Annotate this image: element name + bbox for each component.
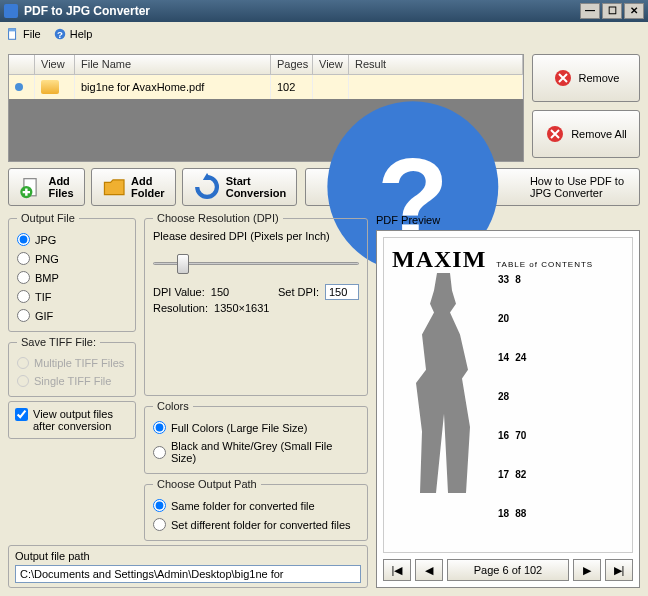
radio-diff-folder[interactable] — [153, 518, 166, 531]
howto-label: How to Use PDF to JPG Converter — [530, 175, 639, 199]
save-tiff-legend: Save TIFF File: — [17, 336, 100, 348]
output-path-group: Choose Output Path Same folder for conve… — [144, 478, 368, 541]
minimize-button[interactable]: — — [580, 3, 600, 19]
radio-bmp[interactable] — [17, 271, 30, 284]
radio-gif[interactable] — [17, 309, 30, 322]
add-files-button[interactable]: Add Files — [8, 168, 85, 206]
view-output-label: View output files after conversion — [33, 408, 129, 432]
nav-next-button[interactable]: ▶ — [573, 559, 601, 581]
menu-file-label: File — [23, 28, 41, 40]
add-folder-label: Add Folder — [131, 175, 165, 199]
colors-legend: Colors — [153, 400, 193, 412]
preview-frame: MAXIM TABLE of CONTENTS 338 20 1424 28 1… — [376, 230, 640, 588]
add-folder-button[interactable]: Add Folder — [91, 168, 176, 206]
label-diff-folder: Set different folder for converted files — [171, 519, 351, 531]
add-folder-icon — [102, 175, 126, 199]
row-filename: big1ne for AvaxHome.pdf — [75, 75, 271, 99]
view-output-checkbox[interactable] — [15, 408, 28, 421]
col-view2[interactable]: View — [313, 55, 349, 74]
view-output-group: View output files after conversion — [8, 401, 136, 439]
output-file-legend: Output File — [17, 212, 79, 224]
file-icon — [6, 27, 20, 41]
label-multi-tiff: Multiple TIFF Files — [34, 357, 124, 369]
output-file-path-group: Output file path — [8, 545, 368, 588]
title-bar: PDF to JPG Converter — ☐ ✕ — [0, 0, 648, 22]
add-files-icon — [19, 175, 43, 199]
preview-toc-label: TABLE of CONTENTS — [496, 260, 593, 269]
output-file-group: Output File JPG PNG BMP TIF GIF — [8, 212, 136, 332]
preview-toc-grid: 338 20 1424 28 1670 1782 1888 — [498, 273, 526, 544]
save-tiff-group: Save TIFF File: Multiple TIFF Files Sing… — [8, 336, 136, 397]
label-same-folder: Same folder for converted file — [171, 500, 315, 512]
dpi-slider[interactable] — [153, 248, 359, 278]
page-indicator: Page 6 of 102 — [447, 559, 569, 581]
col-pages[interactable]: Pages — [271, 55, 313, 74]
menu-help[interactable]: ? Help — [53, 27, 93, 41]
label-bw: Black and White/Grey (Small File Size) — [171, 440, 359, 464]
menu-file[interactable]: File — [6, 27, 41, 41]
label-single-tiff: Single TIFF File — [34, 375, 111, 387]
col-view[interactable]: View — [35, 55, 75, 74]
label-bmp: BMP — [35, 272, 59, 284]
radio-multi-tiff — [17, 357, 29, 369]
radio-jpg[interactable] — [17, 233, 30, 246]
preview-magazine-title: MAXIM — [392, 246, 486, 273]
menu-help-label: Help — [70, 28, 93, 40]
row-bullet-icon — [15, 83, 23, 91]
col-result[interactable]: Result — [349, 55, 523, 74]
col-filename[interactable]: File Name — [75, 55, 271, 74]
set-dpi-input[interactable] — [325, 284, 359, 300]
start-conversion-button[interactable]: Start Conversion — [182, 168, 298, 206]
nav-first-button[interactable]: |◀ — [383, 559, 411, 581]
remove-icon — [553, 68, 573, 88]
help-icon: ? — [53, 27, 67, 41]
radio-bw[interactable] — [153, 446, 166, 459]
dpi-group: Choose Resolution (DPI) Please desired D… — [144, 212, 368, 396]
dpi-value: 150 — [211, 286, 229, 298]
resolution-label: Resolution: — [153, 302, 208, 314]
remove-all-label: Remove All — [571, 128, 627, 140]
set-dpi-label: Set DPI: — [278, 286, 319, 298]
preview-label: PDF Preview — [376, 212, 640, 230]
maximize-button[interactable]: ☐ — [602, 3, 622, 19]
radio-single-tiff — [17, 375, 29, 387]
start-conversion-label: Start Conversion — [226, 175, 287, 199]
remove-button[interactable]: Remove — [532, 54, 640, 102]
svg-text:?: ? — [57, 29, 63, 40]
output-file-path-input[interactable] — [15, 565, 361, 583]
preview-page: MAXIM TABLE of CONTENTS 338 20 1424 28 1… — [383, 237, 633, 553]
radio-tif[interactable] — [17, 290, 30, 303]
remove-all-icon — [545, 124, 565, 144]
label-full-colors: Full Colors (Large File Size) — [171, 422, 307, 434]
output-file-path-legend: Output file path — [15, 550, 361, 562]
app-icon — [4, 4, 18, 18]
radio-png[interactable] — [17, 252, 30, 265]
label-tif: TIF — [35, 291, 52, 303]
nav-prev-button[interactable]: ◀ — [415, 559, 443, 581]
dpi-value-label: DPI Value: — [153, 286, 205, 298]
radio-full-colors[interactable] — [153, 421, 166, 434]
radio-same-folder[interactable] — [153, 499, 166, 512]
folder-icon — [41, 80, 59, 94]
preview-navbar: |◀ ◀ Page 6 of 102 ▶ ▶| — [383, 559, 633, 581]
file-list-header: View File Name Pages View Result — [9, 55, 523, 75]
output-path-legend: Choose Output Path — [153, 478, 261, 490]
remove-all-button[interactable]: Remove All — [532, 110, 640, 158]
preview-model-silhouette — [392, 273, 492, 493]
label-png: PNG — [35, 253, 59, 265]
resolution-value: 1350×1631 — [214, 302, 269, 314]
label-gif: GIF — [35, 310, 53, 322]
label-jpg: JPG — [35, 234, 56, 246]
window-title: PDF to JPG Converter — [24, 4, 578, 18]
howto-button[interactable]: ? How to Use PDF to JPG Converter — [305, 168, 640, 206]
add-files-label: Add Files — [48, 175, 73, 199]
menu-bar: File ? Help — [0, 22, 648, 46]
dpi-hint: Please desired DPI (Pixels per Inch) — [153, 230, 359, 242]
dpi-legend: Choose Resolution (DPI) — [153, 212, 283, 224]
nav-last-button[interactable]: ▶| — [605, 559, 633, 581]
remove-label: Remove — [579, 72, 620, 84]
close-button[interactable]: ✕ — [624, 3, 644, 19]
colors-group: Colors Full Colors (Large File Size) Bla… — [144, 400, 368, 474]
convert-icon — [193, 173, 221, 201]
